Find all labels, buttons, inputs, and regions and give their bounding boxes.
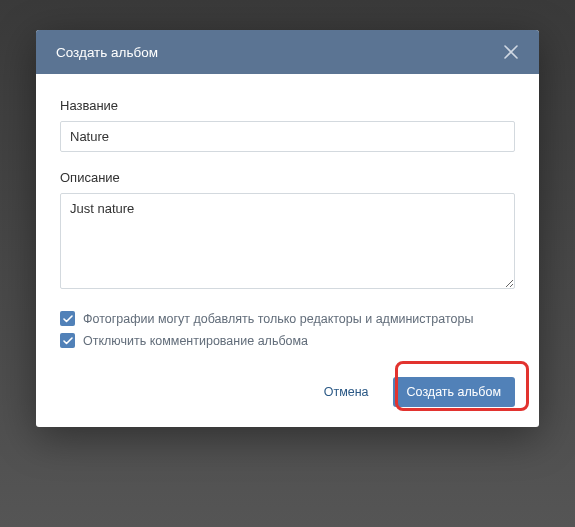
disable-comments-checkbox[interactable] (60, 333, 75, 348)
editors-only-checkbox[interactable] (60, 311, 75, 326)
editors-only-row: Фотографии могут добавлять только редакт… (60, 311, 515, 326)
disable-comments-label[interactable]: Отключить комментирование альбома (83, 334, 308, 348)
editors-only-label[interactable]: Фотографии могут добавлять только редакт… (83, 312, 473, 326)
close-icon (504, 45, 518, 59)
description-label: Описание (60, 170, 515, 185)
disable-comments-row: Отключить комментирование альбома (60, 333, 515, 348)
create-album-modal: Создать альбом Название Описание Фотогра… (36, 30, 539, 427)
create-album-button[interactable]: Создать альбом (393, 377, 515, 407)
description-input[interactable] (60, 193, 515, 289)
check-icon (63, 315, 73, 323)
name-input[interactable] (60, 121, 515, 152)
modal-footer: Отмена Создать альбом (36, 361, 539, 427)
name-label: Название (60, 98, 515, 113)
modal-body: Название Описание Фотографии могут добав… (36, 74, 539, 361)
modal-title: Создать альбом (56, 45, 158, 60)
check-icon (63, 337, 73, 345)
close-button[interactable] (503, 44, 519, 60)
cancel-button[interactable]: Отмена (312, 377, 381, 407)
modal-header: Создать альбом (36, 30, 539, 74)
